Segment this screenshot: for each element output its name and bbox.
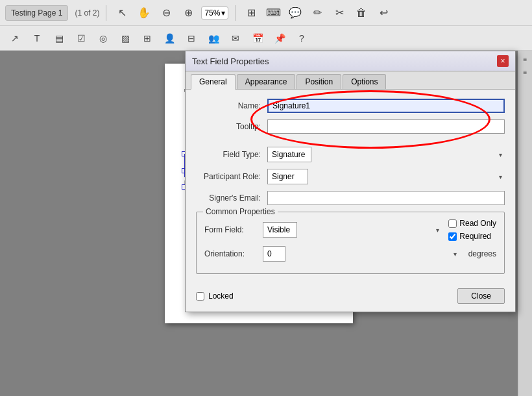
dialog-footer: Locked Close	[186, 283, 515, 312]
field-type-select-wrapper: Signature Text Checkbox ▾	[267, 147, 505, 162]
zoom-in-button[interactable]: ⊕	[179, 4, 197, 22]
undo-tool-button[interactable]: ↩	[374, 4, 393, 22]
tooltip-label: Tooltip:	[196, 122, 267, 131]
tooltip-input[interactable]	[267, 119, 505, 134]
participant-role-select-wrapper: Signer Approver ▾	[267, 169, 505, 184]
tab-label[interactable]: Testing Page 1	[5, 5, 68, 21]
calendar-tool-button[interactable]: 📅	[248, 29, 267, 48]
field-type-row: Field Type: Signature Text Checkbox ▾	[196, 147, 505, 162]
participant-role-row: Participant Role: Signer Approver ▾	[196, 169, 505, 184]
hand-tool-button[interactable]: ✋	[135, 4, 153, 22]
orientation-row: Orientation: 0 90 180 270 ▾ degrees	[204, 246, 496, 262]
tab-general[interactable]: General	[191, 74, 236, 90]
read-only-row: Read Only	[448, 219, 496, 228]
participant-role-label: Participant Role:	[196, 172, 267, 181]
checkbox-tool-button[interactable]: ☑	[71, 29, 91, 48]
required-label: Required	[459, 232, 491, 241]
common-properties-section: Common Properties Form Field: Visible Hi…	[196, 212, 505, 274]
zoom-out-button[interactable]: ⊖	[157, 4, 175, 22]
orientation-label: Orientation:	[204, 249, 256, 258]
tab-position[interactable]: Position	[296, 74, 341, 89]
degrees-label: degrees	[468, 249, 496, 258]
separator-2	[235, 5, 236, 21]
dialog-title: Text Field Properties	[192, 56, 269, 66]
comment-tool-button[interactable]: 💬	[286, 4, 304, 22]
field-type-label: Field Type:	[196, 150, 267, 159]
form-field-arrow-icon: ▾	[436, 227, 439, 234]
checkbox-column: Read Only Required	[448, 219, 496, 241]
person-tool-button[interactable]: 👤	[160, 29, 179, 48]
toolbar-top: Testing Page 1 (1 of 2) ↖ ✋ ⊖ ⊕ 75% ▾ ⊞ …	[0, 0, 532, 26]
pin-tool-button[interactable]: 📌	[270, 29, 289, 48]
section-legend: Common Properties	[203, 207, 278, 216]
name-row: Name:	[196, 99, 505, 113]
dialog-close-button[interactable]: ×	[497, 55, 509, 67]
text-tool-button[interactable]: T	[27, 29, 47, 48]
name-label: Name:	[196, 101, 267, 110]
field-type-select[interactable]: Signature Text Checkbox	[267, 147, 311, 162]
person2-tool-button[interactable]: 👥	[204, 29, 223, 48]
crop-tool-button[interactable]: ⊞	[242, 4, 260, 22]
signer-email-input[interactable]	[267, 191, 505, 205]
tooltip-row: Tooltip:	[196, 119, 505, 134]
zoom-select[interactable]: 75% ▾	[201, 6, 228, 19]
participant-role-arrow-icon: ▾	[499, 173, 502, 180]
dialog-body: Name: Tooltip: Field Type: Signature Tex…	[186, 90, 515, 283]
arrow-tool-button[interactable]: ↗	[5, 29, 25, 48]
signer-email-row: Signer's Email:	[196, 191, 505, 205]
required-checkbox[interactable]	[448, 232, 457, 241]
keyboard-tool-button[interactable]: ⌨	[264, 4, 282, 22]
tab-appearance[interactable]: Appearance	[237, 74, 296, 89]
locked-label: Locked	[208, 291, 234, 301]
text-field-properties-dialog: Text Field Properties × General Appearan…	[185, 51, 516, 312]
locked-row: Locked	[196, 291, 234, 301]
table-tool-button[interactable]: ⊞	[138, 29, 157, 48]
right-panel-btn-1[interactable]: ≡	[520, 53, 531, 65]
locked-checkbox[interactable]	[196, 292, 204, 301]
email-tool-button[interactable]: ✉	[226, 29, 245, 48]
orientation-arrow-icon: ▾	[453, 251, 457, 258]
form-field-select-wrapper: Visible Hidden ▾	[263, 222, 442, 238]
help-tool-button[interactable]: ?	[292, 29, 311, 48]
form-field-label: Form Field:	[204, 225, 256, 234]
right-panel-btn-2[interactable]: ≡	[520, 66, 531, 78]
delete-tool-button[interactable]: 🗑	[352, 4, 370, 22]
image-tool-button[interactable]: ▨	[115, 29, 135, 48]
cursor-tool-button[interactable]: ↖	[113, 4, 131, 22]
radio-tool-button[interactable]: ◎	[93, 29, 113, 48]
dialog-tab-bar: General Appearance Position Options	[186, 71, 515, 90]
name-input[interactable]	[267, 99, 505, 113]
pen-tool-button[interactable]: ✏	[308, 4, 326, 22]
eraser-tool-button[interactable]: ✂	[330, 4, 348, 22]
form-field-row: Form Field: Visible Hidden ▾ Read Only	[204, 219, 496, 241]
textbox-tool-button[interactable]: ▤	[49, 29, 69, 48]
orientation-select-wrapper: 0 90 180 270 ▾	[263, 246, 459, 262]
signer-email-label: Signer's Email:	[196, 193, 267, 203]
separator-1	[106, 5, 106, 21]
field-type-arrow-icon: ▾	[499, 151, 502, 158]
read-only-label: Read Only	[459, 219, 496, 228]
form-field-select[interactable]: Visible Hidden	[263, 222, 297, 238]
dialog-header: Text Field Properties ×	[186, 51, 515, 71]
grid-tool-button[interactable]: ⊟	[182, 29, 201, 48]
page-info: (1 of 2)	[75, 8, 99, 18]
tab-options[interactable]: Options	[343, 74, 386, 89]
read-only-checkbox[interactable]	[448, 219, 457, 228]
participant-role-select[interactable]: Signer Approver	[267, 169, 308, 184]
required-row: Required	[448, 232, 496, 241]
close-button[interactable]: Close	[457, 288, 505, 304]
right-panel: ≡ ≡	[518, 51, 532, 396]
orientation-select[interactable]: 0 90 180 270	[263, 246, 285, 262]
toolbar-second: ↗ T ▤ ☑ ◎ ▨ ⊞ 👤 ⊟ 👥 ✉ 📅 📌 ?	[0, 26, 532, 51]
